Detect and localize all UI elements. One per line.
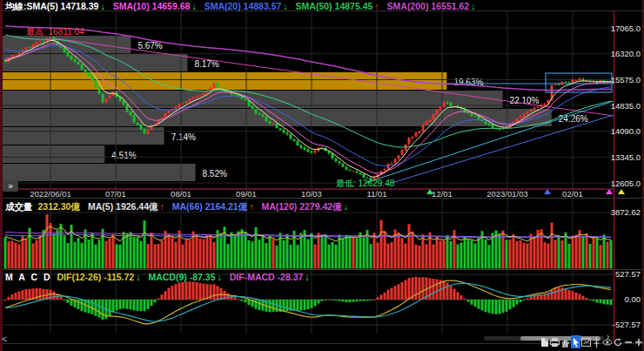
svg-text:11/01: 11/01	[366, 189, 386, 199]
vol-ma-120-readout: MA(120) 2279.42億↓	[261, 201, 347, 212]
vol-ma-66-trend-arrow: ↑	[249, 201, 253, 212]
sma-10-readout: SMA(10) 14659.68↓	[113, 1, 197, 11]
price-chart-canvas[interactable]: 5.67%8.17%19.63%22.10%24.26%7.14%4.51%8.…	[0, 0, 644, 351]
sma-10-trend-arrow: ↓	[191, 1, 196, 11]
sma-200-trend-arrow: ↓	[471, 1, 475, 11]
sma-20-readout: SMA(20) 14883.57↓	[205, 1, 288, 11]
pan-hand-icon[interactable]	[560, 335, 570, 348]
svg-text:最低: 12629.48: 最低: 12629.48	[336, 179, 395, 188]
svg-text:24.26%: 24.26%	[559, 114, 588, 124]
dif-macd-trend-arrow: ↓	[305, 272, 309, 282]
svg-text:-527.57: -527.57	[613, 320, 641, 329]
macd-header-prefix: M A C D	[5, 272, 51, 282]
line-tool-icon[interactable]	[592, 335, 601, 348]
svg-text:8.52%: 8.52%	[203, 169, 227, 179]
svg-text:0.00: 0.00	[625, 294, 641, 304]
dif-macd-readout: DIF-MACD -28.37↓	[230, 272, 310, 282]
svg-text:2022/06/01: 2022/06/01	[30, 189, 71, 199]
vol-ma-120-trend-arrow: ↓	[344, 201, 348, 212]
sma-50-trend-arrow: ↑	[374, 1, 379, 11]
macd-9-readout: MACD(9) -87.35↓	[148, 272, 221, 282]
svg-text:12/01: 12/01	[432, 189, 453, 199]
svg-text:02/01: 02/01	[562, 189, 583, 199]
dif-trend-arrow: ↓	[136, 272, 140, 282]
ma-header: 均線:SMA(5) 14718.39↓SMA(10) 14659.68↓SMA(…	[5, 1, 483, 13]
svg-text:最高: 16811.04: 最高: 16811.04	[26, 27, 84, 37]
refresh-icon[interactable]	[613, 335, 622, 348]
svg-text:2023/01/03: 2023/01/03	[486, 189, 528, 199]
svg-text:14090.0: 14090.0	[611, 126, 641, 136]
volume-header: 成交量2312.30億MA(5) 1926.44億↑MA(66) 2164.21…	[5, 201, 356, 213]
vol-ma-5-readout: MA(5) 1926.44億↑	[88, 201, 164, 212]
ma-header-prefix: 均線:	[5, 1, 27, 11]
vol-ma-66-readout: MA(66) 2164.21億↑	[172, 201, 254, 212]
svg-text:3872.62: 3872.62	[611, 207, 641, 217]
svg-text:16320.0: 16320.0	[611, 49, 641, 58]
svg-text:527.57: 527.57	[615, 269, 641, 279]
zoom-in-icon[interactable]	[634, 335, 643, 348]
macd-9-trend-arrow: ↓	[217, 272, 221, 282]
macd-collapse-chevron[interactable]: <	[2, 334, 7, 344]
svg-text:12605.0: 12605.0	[611, 179, 641, 188]
svg-text:07/01: 07/01	[105, 189, 126, 199]
vol-ma-5-trend-arrow: ↑	[160, 201, 164, 212]
svg-text:7.14%: 7.14%	[171, 132, 196, 142]
sma-5-trend-arrow: ↓	[100, 1, 104, 11]
stock-chart-app: 5.67%8.17%19.63%22.10%24.26%7.14%4.51%8.…	[0, 0, 644, 351]
new-page-icon[interactable]	[540, 335, 549, 348]
svg-text:8.17%: 8.17%	[194, 59, 218, 69]
print-icon[interactable]	[550, 335, 560, 348]
chart-grid-icon[interactable]	[581, 335, 591, 348]
sma-5-readout: SMA(5) 14718.39↓	[27, 1, 105, 11]
sma-20-trend-arrow: ↓	[283, 1, 287, 11]
svg-text:13345.0: 13345.0	[611, 152, 641, 162]
expand-panel-button[interactable]: »	[3, 180, 18, 192]
svg-text:15575.0: 15575.0	[611, 75, 641, 84]
svg-text:09/01: 09/01	[236, 189, 257, 199]
sma-200-readout: SMA(200) 16551.62↓	[387, 1, 476, 11]
dif-readout: DIF(12-26) -115.72↓	[57, 272, 140, 282]
svg-text:17065.0: 17065.0	[611, 24, 641, 33]
svg-text:08/01: 08/01	[171, 189, 191, 199]
chart-toolbar	[540, 335, 643, 348]
visibility-eye-icon[interactable]	[602, 335, 612, 348]
cursor-select-icon[interactable]	[571, 335, 580, 348]
volume-header-prefix: 成交量	[5, 201, 33, 212]
volume-current-value: 2312.30億	[38, 201, 80, 212]
sma-50-readout: SMA(50) 14875.45↑	[296, 1, 379, 11]
macd-header: M A C DDIF(12-26) -115.72↓MACD(9) -87.35…	[5, 272, 318, 282]
zoom-out-icon[interactable]	[623, 335, 633, 348]
svg-text:10/03: 10/03	[301, 189, 322, 199]
svg-text:14835.0: 14835.0	[611, 101, 641, 111]
